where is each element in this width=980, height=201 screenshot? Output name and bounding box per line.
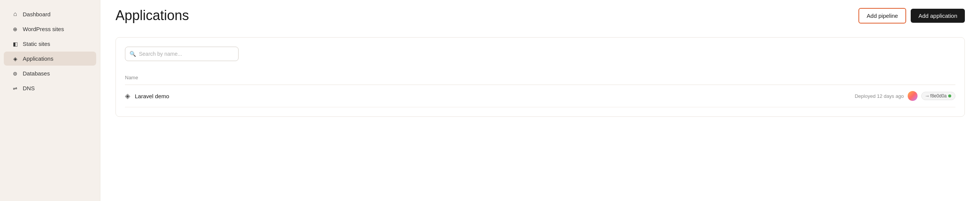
- sidebar: ⌂ Dashboard ⊕ WordPress sites ◧ Static s…: [0, 0, 100, 201]
- sidebar-item-label: WordPress sites: [23, 26, 64, 32]
- table-column-name: Name: [125, 75, 138, 80]
- table-row-right: Deployed 12 days ago ⊸ f8e0d0a: [855, 91, 955, 101]
- page-title: Applications: [116, 8, 189, 24]
- deployed-text: Deployed 12 days ago: [855, 93, 904, 99]
- applications-icon: ◈: [11, 56, 19, 62]
- commit-hash: f8e0d0a: [931, 93, 947, 99]
- content-area: 🔍 Name ◈ Laravel demo Deployed 12 days a…: [100, 30, 980, 201]
- sidebar-item-static-sites[interactable]: ◧ Static sites: [4, 37, 96, 51]
- search-wrapper: 🔍: [125, 47, 239, 61]
- search-container: 🔍: [125, 47, 955, 61]
- sidebar-item-label: Static sites: [23, 41, 50, 47]
- sidebar-item-databases[interactable]: ⊚ Databases: [4, 66, 96, 80]
- static-sites-icon: ◧: [11, 41, 19, 47]
- avatar: [908, 91, 918, 101]
- table-row-left: ◈ Laravel demo: [125, 92, 169, 100]
- app-name: Laravel demo: [135, 93, 169, 99]
- sidebar-item-dns[interactable]: ⇌ DNS: [4, 81, 96, 95]
- sidebar-item-wordpress-sites[interactable]: ⊕ WordPress sites: [4, 22, 96, 36]
- sidebar-item-dashboard[interactable]: ⌂ Dashboard: [4, 7, 96, 21]
- databases-icon: ⊚: [11, 70, 19, 77]
- sidebar-item-label: Databases: [23, 70, 50, 77]
- sidebar-item-label: Dashboard: [23, 11, 50, 18]
- commit-icon: ⊸: [926, 94, 929, 99]
- header-actions: Add pipeline Add application: [858, 8, 965, 24]
- applications-card: 🔍 Name ◈ Laravel demo Deployed 12 days a…: [116, 37, 965, 117]
- search-input[interactable]: [125, 47, 239, 61]
- table-header: Name: [125, 70, 955, 85]
- add-pipeline-button[interactable]: Add pipeline: [858, 8, 907, 24]
- main-content: Applications Add pipeline Add applicatio…: [100, 0, 980, 201]
- sidebar-item-applications[interactable]: ◈ Applications: [4, 51, 96, 65]
- app-icon: ◈: [125, 92, 130, 100]
- search-icon: 🔍: [129, 51, 136, 57]
- table-row[interactable]: ◈ Laravel demo Deployed 12 days ago ⊸ f8…: [125, 85, 955, 107]
- wordpress-icon: ⊕: [11, 26, 19, 32]
- add-application-button[interactable]: Add application: [911, 9, 965, 23]
- dns-icon: ⇌: [11, 85, 19, 91]
- status-indicator: [948, 94, 951, 97]
- dashboard-icon: ⌂: [11, 11, 19, 18]
- page-header: Applications Add pipeline Add applicatio…: [100, 0, 980, 30]
- sidebar-item-label: DNS: [23, 85, 35, 91]
- sidebar-item-label: Applications: [23, 55, 53, 62]
- commit-badge: ⊸ f8e0d0a: [921, 92, 955, 100]
